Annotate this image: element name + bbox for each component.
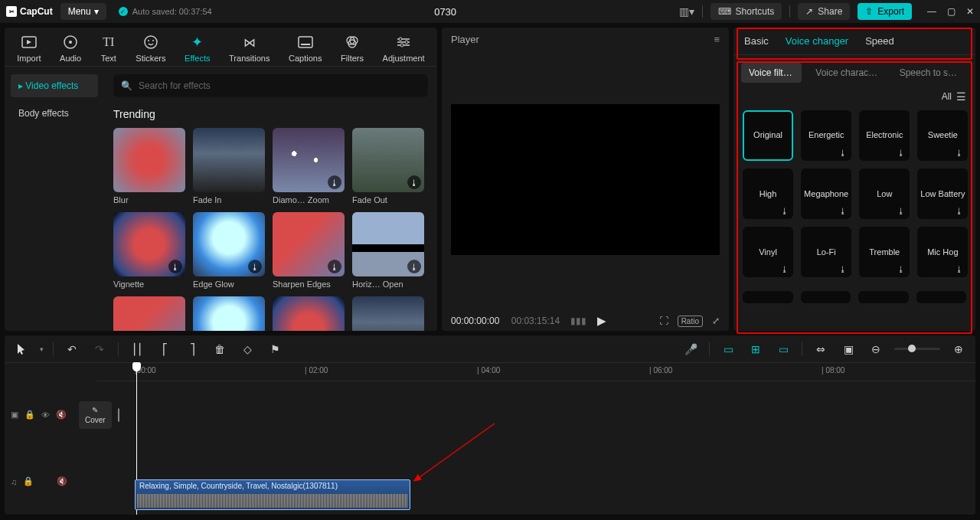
delete-icon[interactable]: 🗑 [211, 340, 229, 358]
tab-effects[interactable]: ✦Effects [180, 34, 214, 63]
download-icon[interactable]: ⭳ [897, 149, 905, 158]
shortcuts-button[interactable]: ⌨ Shortcuts [710, 3, 782, 20]
snap-icon-2[interactable]: ⊞ [746, 340, 765, 358]
preview-icon[interactable]: ▣ [839, 340, 858, 358]
voice-card[interactable]: Low⭳ [859, 168, 910, 219]
lock-icon[interactable]: 🔒 [24, 410, 35, 420]
download-icon[interactable]: ⭳ [168, 260, 182, 273]
download-icon[interactable]: ⭳ [897, 207, 905, 216]
align-icon[interactable]: ⇔ [812, 340, 830, 358]
effect-card[interactable]: ⭳Diamo… Zoom [273, 128, 345, 204]
download-icon[interactable]: ⭳ [839, 149, 847, 158]
download-icon[interactable]: ⭳ [839, 207, 847, 216]
effect-card[interactable] [273, 296, 345, 331]
snap-icon-1[interactable]: ▭ [719, 340, 737, 358]
tab-text[interactable]: TIText [96, 34, 122, 63]
undo-icon[interactable]: ↶ [63, 340, 81, 358]
download-icon[interactable]: ⭳ [956, 207, 963, 216]
voice-card[interactable]: Energetic⭳ [801, 110, 851, 161]
minimize-icon[interactable]: — [927, 6, 936, 17]
download-icon[interactable]: ⭳ [328, 175, 341, 189]
voice-card[interactable]: Electronic⭳ [859, 110, 910, 161]
download-icon[interactable]: ⭳ [897, 265, 905, 274]
player-menu-icon[interactable]: ≡ [714, 34, 720, 45]
tab-voice-changer[interactable]: Voice changer [786, 35, 848, 47]
maximize-icon[interactable]: ▢ [947, 6, 956, 17]
share-button[interactable]: ↗ Share [798, 3, 850, 20]
tab-captions[interactable]: Captions [284, 34, 326, 63]
export-button[interactable]: ⇧ Export [858, 3, 912, 20]
effect-card[interactable]: ⭳Edge Glow [193, 212, 265, 289]
zoom-out-icon[interactable]: ⊖ [867, 340, 885, 358]
download-icon[interactable]: ⭳ [407, 175, 421, 189]
voice-card[interactable] [801, 291, 851, 303]
download-icon[interactable]: ⭳ [407, 260, 421, 273]
effect-card[interactable]: Fade In [193, 128, 265, 204]
ratio-button[interactable]: Ratio [678, 316, 703, 327]
redo-icon[interactable]: ↷ [90, 340, 109, 358]
voice-card[interactable] [743, 291, 793, 303]
effect-card[interactable]: ⭳Horiz… Open [352, 212, 424, 289]
tab-stickers[interactable]: Stickers [131, 34, 170, 63]
download-icon[interactable]: ⭳ [956, 265, 963, 274]
fullscreen-icon[interactable]: ⤢ [712, 316, 720, 326]
mute-icon[interactable]: 🔇 [56, 410, 67, 420]
voice-card[interactable]: Sweetie⭳ [917, 110, 968, 161]
eye-icon[interactable]: 👁 [41, 410, 50, 420]
effect-card[interactable] [193, 296, 265, 331]
lock-icon[interactable]: 🔒 [23, 476, 34, 486]
voice-card[interactable]: Tremble⭳ [859, 227, 910, 277]
download-icon[interactable]: ⭳ [956, 149, 963, 158]
player-canvas[interactable] [451, 56, 720, 303]
effect-card[interactable]: ⭳Fade Out [352, 128, 424, 204]
tab-transitions[interactable]: ⋈Transitions [224, 34, 274, 63]
voice-card[interactable] [916, 291, 967, 303]
tab-import[interactable]: Import [12, 34, 45, 63]
voice-card[interactable]: Vinyl⭳ [743, 227, 793, 277]
tab-speed[interactable]: Speed [865, 35, 894, 47]
audio-clip[interactable]: Relaxing, Simple, Countryside, Travel, N… [135, 479, 410, 510]
voice-card[interactable]: Low Battery⭳ [917, 168, 968, 219]
preview-quality-icon[interactable]: ▮▮▮ [570, 316, 586, 326]
mute-icon[interactable]: 🔇 [57, 476, 67, 486]
timeline-tracks[interactable]: |00:00 | 02:00 | 04:00 | 06:00 | 08:00 R… [96, 363, 975, 515]
flag-icon[interactable]: ⚑ [266, 340, 284, 358]
scale-icon[interactable]: ⛶ [659, 316, 668, 326]
trim-left-icon[interactable]: ⎡ [155, 340, 174, 358]
play-icon[interactable]: ▶ [597, 314, 606, 328]
voice-card[interactable]: High⭳ [743, 168, 793, 219]
menu-button[interactable]: Menu ▾ [60, 3, 106, 20]
tab-basic[interactable]: Basic [744, 35, 769, 47]
pointer-tool[interactable] [12, 340, 31, 358]
download-icon[interactable]: ⭳ [781, 207, 789, 216]
split-icon[interactable]: ⎮⎮ [128, 340, 146, 358]
voice-card[interactable]: Lo-Fi⭳ [801, 227, 851, 277]
zoom-in-icon[interactable]: ⊕ [949, 340, 968, 358]
subtab-voice-filters[interactable]: Voice filters [741, 63, 802, 83]
tab-adjustment[interactable]: Adjustment [378, 34, 430, 63]
download-icon[interactable]: ⭳ [781, 265, 789, 274]
effect-card[interactable]: Blur [113, 128, 185, 204]
zoom-thumb[interactable] [908, 345, 916, 352]
track-area[interactable]: Relaxing, Simple, Countryside, Travel, N… [96, 381, 975, 515]
mic-icon[interactable]: 🎤 [681, 340, 700, 358]
filter-icon[interactable]: ☰ [956, 90, 966, 103]
download-icon[interactable]: ⭳ [248, 260, 262, 273]
download-icon[interactable]: ⭳ [328, 260, 341, 273]
effect-card[interactable]: ⭳Sharpen Edges [273, 212, 345, 289]
voice-card[interactable]: Mic Hog⭳ [917, 227, 968, 277]
snap-icon-3[interactable]: ▭ [774, 340, 792, 358]
zoom-slider[interactable] [894, 348, 940, 350]
effect-card[interactable] [352, 296, 424, 331]
tab-audio[interactable]: Audio [55, 34, 86, 63]
tab-filters[interactable]: Filters [336, 34, 368, 63]
subtab-speech-to-song[interactable]: Speech to so… [892, 63, 968, 83]
voice-card[interactable]: Megaphone⭳ [801, 168, 851, 219]
download-icon[interactable]: ⭳ [839, 265, 847, 274]
subtab-voice-characters[interactable]: Voice charact… [808, 63, 885, 83]
marker-icon[interactable]: ◇ [238, 340, 256, 358]
timeline-ruler[interactable]: |00:00 | 02:00 | 04:00 | 06:00 | 08:00 [96, 363, 975, 381]
effects-search[interactable]: 🔍 Search for effects [113, 74, 428, 97]
sidebar-item-body-effects[interactable]: Body effects [11, 102, 98, 125]
effect-card[interactable]: ⭳Vignette [113, 212, 185, 289]
